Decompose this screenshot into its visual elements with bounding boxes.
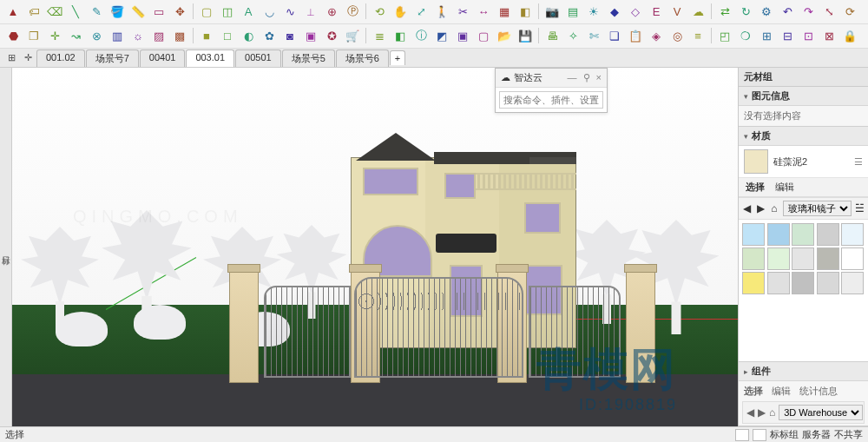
dim-icon[interactable]: ↔ xyxy=(474,2,493,21)
follow-me-icon[interactable]: ↝ xyxy=(66,26,85,45)
eraser-icon[interactable]: ⌫ xyxy=(45,2,64,21)
sandbox-icon[interactable]: ▦ xyxy=(495,2,514,21)
scene-tab[interactable]: 场景号5 xyxy=(282,49,335,67)
components-edit-tab[interactable]: 编辑 xyxy=(772,385,791,398)
wireframe-icon[interactable]: ▩ xyxy=(170,26,189,45)
scale-icon[interactable]: ⤡ xyxy=(819,2,838,21)
ortho-icon[interactable]: ▣ xyxy=(453,26,472,45)
material-swatch[interactable] xyxy=(792,247,814,270)
material-swatch[interactable] xyxy=(841,247,864,270)
components-stats-tab[interactable]: 统计信息 xyxy=(799,385,838,398)
cut-icon[interactable]: ✄ xyxy=(584,26,603,45)
material-swatch[interactable] xyxy=(792,272,814,294)
nav-left-icon[interactable]: ◀ xyxy=(746,405,754,420)
window-icon[interactable]: ▢ xyxy=(474,26,493,45)
home-icon[interactable]: ⌂ xyxy=(769,201,779,216)
components-header[interactable]: 组件 xyxy=(739,362,868,381)
material-swatch[interactable] xyxy=(767,272,790,294)
xray-icon[interactable]: ▨ xyxy=(149,26,168,45)
pin-icon[interactable]: ⚲ xyxy=(583,72,590,82)
status-chip-2[interactable] xyxy=(753,429,766,441)
ungroup-icon[interactable]: ⊠ xyxy=(819,26,838,45)
plugin-gear-icon[interactable]: ✿ xyxy=(260,26,279,45)
folder-open-icon[interactable]: 📂 xyxy=(495,26,514,45)
sun-icon[interactable]: ☼ xyxy=(128,26,148,45)
sel-rect-icon[interactable]: ◰ xyxy=(715,26,734,45)
save-icon[interactable]: 💾 xyxy=(516,26,535,45)
layers-icon[interactable]: ≣ xyxy=(370,26,389,45)
material-swatch[interactable] xyxy=(841,272,864,294)
material-swatch[interactable] xyxy=(767,247,790,270)
minimize-icon[interactable]: — xyxy=(567,72,576,82)
measurement-lock-icon[interactable]: ✛ xyxy=(20,51,36,65)
tag-icon[interactable]: 🏷 xyxy=(24,2,43,21)
shaded-icon[interactable]: ■ xyxy=(197,26,216,45)
copy-icon[interactable]: ❏ xyxy=(605,26,624,45)
plugin-b-icon[interactable]: ◇ xyxy=(626,2,645,21)
scene-tab[interactable]: 00401 xyxy=(140,49,186,67)
material-swatch[interactable] xyxy=(817,247,839,270)
freehand-icon[interactable]: ∿ xyxy=(280,2,299,21)
move-icon[interactable]: ✥ xyxy=(170,2,189,21)
scene-tab[interactable]: 003.01 xyxy=(186,49,234,67)
settings-icon[interactable]: ⚙ xyxy=(757,2,776,21)
materials-header[interactable]: 材质 xyxy=(739,127,868,146)
warehouse-icon[interactable]: 🛒 xyxy=(343,26,362,45)
pointer-icon[interactable]: ▲ xyxy=(3,2,23,21)
nav-right-icon[interactable]: ▶ xyxy=(756,201,766,216)
new-icon[interactable]: ✧ xyxy=(563,26,582,45)
shield-icon[interactable]: ⬣ xyxy=(3,26,23,45)
print-icon[interactable]: 🖶 xyxy=(542,26,562,45)
nav-left-icon[interactable]: ◀ xyxy=(742,201,753,216)
solid-icon[interactable]: ◧ xyxy=(516,2,535,21)
line-icon[interactable]: ╲ xyxy=(66,2,85,21)
texture-icon[interactable]: ▤ xyxy=(563,2,582,21)
profile-icon[interactable]: ◙ xyxy=(280,26,299,45)
scene-tab[interactable]: 场景号7 xyxy=(86,49,139,67)
scenes-icon[interactable]: ◧ xyxy=(391,26,410,45)
material-swatch[interactable] xyxy=(742,223,765,246)
sel-add-icon[interactable]: ⊞ xyxy=(757,26,776,45)
tag2-icon[interactable]: ◈ xyxy=(647,26,666,45)
pipe-tool-icon[interactable]: Ⓟ xyxy=(343,2,362,21)
tape-icon[interactable]: ⟂ xyxy=(301,2,320,21)
material-select-tab[interactable]: 选择 xyxy=(746,181,765,194)
enscape-icon[interactable]: E xyxy=(647,2,666,21)
arc-icon[interactable]: ◡ xyxy=(260,2,279,21)
orbit-icon[interactable]: ⟲ xyxy=(370,2,389,21)
section-icon[interactable]: ✂ xyxy=(453,2,472,21)
lock-icon[interactable]: 🔒 xyxy=(840,26,859,45)
push-pull-icon[interactable]: ▭ xyxy=(149,2,168,21)
material-swatch[interactable] xyxy=(817,272,839,294)
material-swatch[interactable] xyxy=(742,272,765,294)
3d-text-icon[interactable]: A xyxy=(239,2,258,21)
rotate-icon[interactable]: ⟳ xyxy=(840,2,859,21)
scene-tab[interactable]: 场景号6 xyxy=(336,49,389,67)
paint-bucket-icon[interactable]: 🪣 xyxy=(108,2,127,21)
refresh-icon[interactable]: ↻ xyxy=(736,2,755,21)
slot-icon[interactable]: ▥ xyxy=(108,26,127,45)
component-icon[interactable]: ❐ xyxy=(24,26,43,45)
scene-tab[interactable]: 00501 xyxy=(235,49,281,67)
sel-lasso-icon[interactable]: ❍ xyxy=(736,26,755,45)
redo-icon[interactable]: ↷ xyxy=(799,2,818,21)
axis-icon[interactable]: ✛ xyxy=(45,26,64,45)
iso-icon[interactable]: ◩ xyxy=(432,26,451,45)
eyedropper-icon[interactable]: ✎ xyxy=(87,2,106,21)
entity-info-header[interactable]: 图元信息 xyxy=(739,87,868,106)
hidden-icon[interactable]: □ xyxy=(218,26,237,45)
home-icon[interactable]: ⌂ xyxy=(769,405,775,420)
sync-icon[interactable]: ⇄ xyxy=(715,2,734,21)
position-camera-icon[interactable]: 📷 xyxy=(542,2,562,21)
material-menu-icon[interactable]: ☰ xyxy=(854,156,863,168)
plugin-panel[interactable]: ☁智达云 — ⚲ × xyxy=(495,68,608,113)
status-chip-1[interactable] xyxy=(735,429,749,441)
offset-icon[interactable]: ⊕ xyxy=(322,2,341,21)
render-icon[interactable]: ☀ xyxy=(584,2,603,21)
undo-icon[interactable]: ↶ xyxy=(778,2,797,21)
plugin-a-icon[interactable]: ◆ xyxy=(605,2,624,21)
material-swatch[interactable] xyxy=(841,223,864,246)
joint-push-icon[interactable]: ◫ xyxy=(218,2,237,21)
measurement-handle-icon[interactable]: ⊞ xyxy=(3,51,19,65)
monochrome-icon[interactable]: ◐ xyxy=(239,26,258,45)
